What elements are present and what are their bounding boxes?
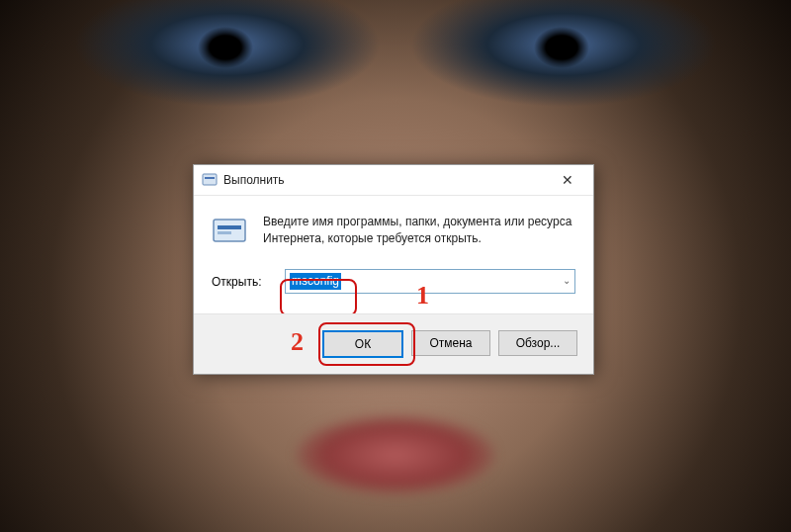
dialog-button-row: ОК Отмена Обзор... 2: [194, 313, 593, 374]
close-icon: ✕: [562, 172, 573, 188]
svg-rect-0: [203, 174, 217, 185]
titlebar[interactable]: Выполнить ✕: [194, 165, 593, 196]
chevron-down-icon[interactable]: ⌄: [563, 275, 571, 286]
dialog-body: Введите имя программы, папки, документа …: [194, 196, 593, 313]
svg-rect-1: [205, 177, 215, 179]
run-dialog: Выполнить ✕ Введите имя программы, папки…: [193, 164, 594, 375]
desktop-background: Выполнить ✕ Введите имя программы, папки…: [0, 0, 791, 532]
open-combobox[interactable]: msconfig ⌄: [285, 269, 575, 294]
open-label: Открыть:: [212, 275, 285, 289]
open-input-value: msconfig: [290, 273, 341, 290]
svg-rect-2: [214, 220, 245, 241]
window-title: Выполнить: [223, 173, 546, 187]
annotation-marker-2: 2: [291, 327, 304, 357]
browse-button[interactable]: Обзор...: [498, 330, 577, 356]
run-icon: [202, 172, 218, 188]
svg-rect-3: [218, 225, 241, 229]
ok-button[interactable]: ОК: [322, 330, 403, 358]
dialog-message: Введите имя программы, папки, документа …: [263, 214, 575, 247]
close-button[interactable]: ✕: [546, 166, 589, 194]
svg-rect-4: [218, 231, 231, 234]
run-icon: [212, 214, 247, 249]
cancel-button[interactable]: Отмена: [411, 330, 490, 356]
